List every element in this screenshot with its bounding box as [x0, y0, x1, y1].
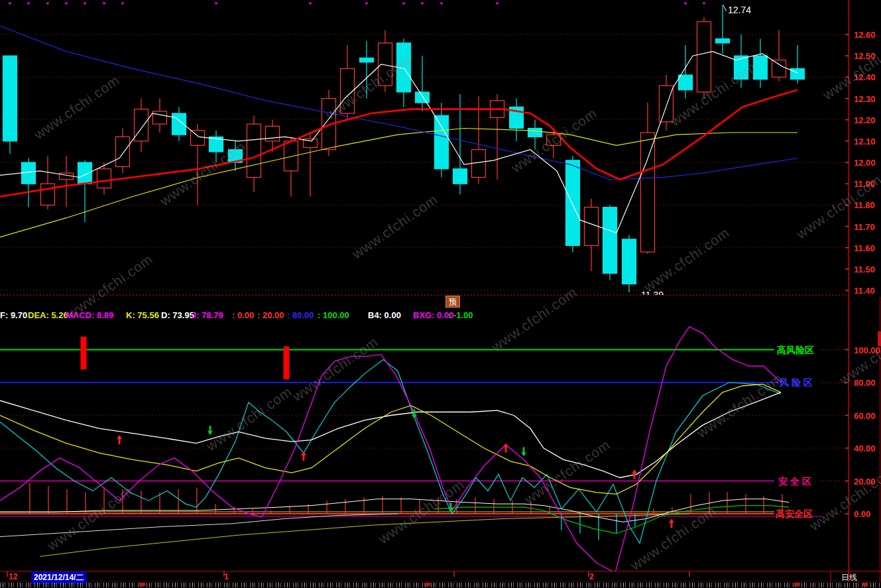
diag-yellow [40, 514, 689, 556]
signal-dot [403, 3, 405, 5]
d2-yellow [0, 384, 781, 495]
month-label-jan: 1 [224, 572, 229, 581]
value-axis-label: 0.00 [854, 509, 870, 519]
price-axis-label: 11.90 [854, 179, 875, 189]
indicator-value-6: : 0.00 [232, 310, 254, 320]
signal-dot [366, 3, 368, 5]
price-axis-label: 12.40 [854, 72, 876, 82]
signal-dot [422, 3, 424, 5]
value-axis-label: 40.00 [854, 443, 876, 453]
signal-dot [47, 3, 49, 5]
buy-arrow [669, 518, 674, 528]
signal-dot [310, 3, 312, 5]
price-axis-label: 11.80 [854, 200, 875, 210]
price-axis-label: 11.70 [854, 222, 875, 232]
zone-label: 高安全区 [776, 508, 813, 519]
signal-dot [685, 3, 687, 5]
indicator-value-1: DEA: 5.26 [28, 310, 68, 320]
forecast-badge[interactable]: 预 [445, 296, 460, 308]
oscillator-pane: 高风险区风 险 区安 全 区高安全区 [0, 327, 849, 573]
signal-dot [215, 3, 217, 5]
value-axis-label: 80.00 [854, 378, 876, 388]
indicator-value-8: : 80.00 [287, 310, 314, 320]
status-bar: 12 2021/12/14/二 1 2 日线 [0, 571, 881, 581]
indicator-value-0: F: 9.70 [0, 310, 27, 320]
price-axis-label: 12.20 [854, 115, 876, 125]
clipped-ticker-strip [0, 583, 881, 587]
forecast-badge-label: 预 [449, 297, 457, 306]
period-daily-label[interactable]: 日线 [833, 572, 866, 583]
buy-arrow [117, 435, 122, 444]
buy-arrow [301, 451, 306, 461]
signal-dot [84, 3, 86, 5]
indicator-readout-row: F: 9.70DEA: 5.26MACD: 8.89K: 75.56D: 73.… [0, 310, 504, 322]
indicator-value-2: MACD: 8.89 [66, 310, 113, 320]
j-magenta [0, 327, 781, 573]
signal-dot [122, 3, 124, 5]
candlestick-pane: 12.74←11.39 [0, 3, 849, 301]
k-cyan [0, 359, 781, 543]
price-axis-label: 11.50 [854, 265, 875, 274]
signal-dot [9, 3, 11, 5]
indicator-value-7: : 20.00 [257, 310, 284, 320]
month-label-dec: 12 [9, 572, 17, 581]
indicator-value-9: : 100.00 [318, 310, 349, 320]
signal-dot [441, 3, 443, 5]
indicator-value-4: D: 73.95 [161, 310, 194, 320]
zone-label: 高风险区 [777, 345, 814, 355]
zone-label: 安 全 区 [778, 476, 811, 487]
price-axis-label: 11.40 [854, 286, 875, 296]
b4-white-hump [0, 499, 789, 522]
value-axis-label: 60.00 [854, 411, 876, 421]
price-axis-label: 11.60 [854, 243, 875, 253]
price-axis-label: 12.10 [854, 137, 876, 147]
month-label-feb: 2 [589, 572, 594, 581]
stock-chart-screen: 12.74←11.39高风险区风 险 区安 全 区高安全区12.6012.501… [0, 0, 881, 588]
value-axis-label: 100.00 [854, 345, 880, 355]
signal-bar [284, 347, 290, 380]
signal-dot [103, 3, 105, 5]
indicator-value-5: J: 78.79 [192, 310, 223, 320]
value-axis-label: 20.00 [854, 477, 876, 487]
signal-dot [497, 3, 499, 5]
price-axis-label: 12.60 [854, 30, 876, 40]
price-annotation: 12.74 [728, 5, 751, 15]
price-axis-label: 12.30 [854, 94, 876, 104]
diag-white [0, 514, 398, 537]
price-axis-label: 12.00 [854, 158, 876, 168]
indicator-value-10: B4: 0.00 [368, 310, 401, 320]
zone-label: 风 险 区 [779, 377, 813, 388]
indicator-value-3: K: 75.56 [126, 310, 159, 320]
sell-arrow [207, 426, 213, 435]
indicator-value-12: : -1.00 [448, 310, 473, 320]
signal-dot [703, 3, 705, 5]
chart-canvas[interactable]: 12.74←11.39高风险区风 险 区安 全 区高安全区12.6012.501… [0, 0, 881, 588]
d-white [0, 392, 781, 478]
price-axis-label: 12.50 [854, 51, 876, 61]
signal-dot [28, 3, 30, 5]
signal-dot [66, 3, 68, 5]
sell-arrow [521, 447, 526, 456]
scrollbar-thumb[interactable] [878, 331, 881, 346]
signal-bar [81, 337, 87, 370]
